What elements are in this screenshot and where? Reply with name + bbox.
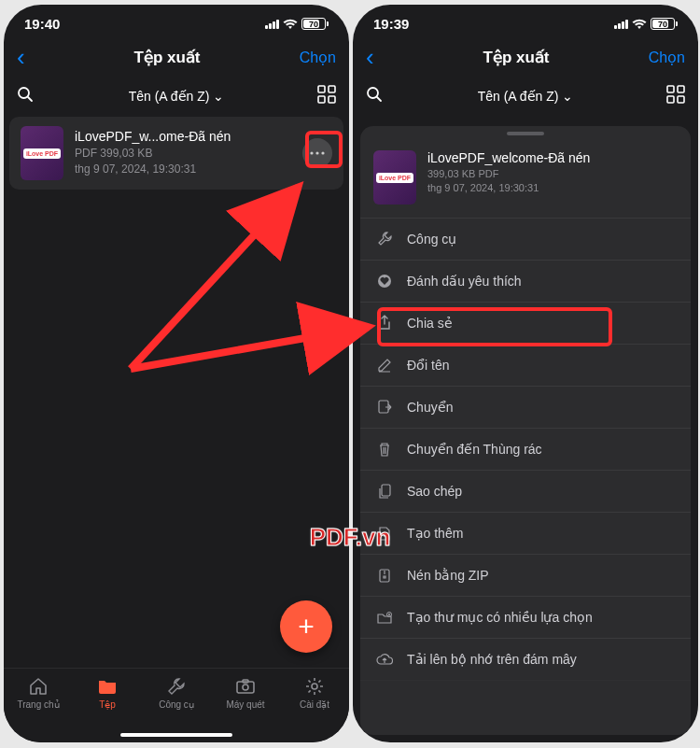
menu-label: Tạo thư mục có nhiều lựa chọn bbox=[407, 610, 593, 625]
file-name: iLovePDF_w...ome-Đã nén bbox=[75, 129, 291, 144]
file-info: iLovePDF_w...ome-Đã nén PDF 399,03 KB th… bbox=[75, 129, 291, 177]
svg-line-1 bbox=[28, 97, 32, 101]
sheet-file-date: thg 9 07, 2024, 19:30:31 bbox=[427, 181, 590, 195]
svg-rect-17 bbox=[667, 96, 674, 103]
add-fab[interactable]: + bbox=[280, 600, 332, 653]
menu-rename[interactable]: Đổi tên bbox=[360, 345, 691, 387]
svg-point-7 bbox=[315, 151, 318, 154]
menu-label: Chuyển đến Thùng rác bbox=[407, 442, 542, 457]
page-title: Tệp xuất bbox=[45, 48, 289, 67]
file-size: PDF 399,03 KB bbox=[75, 146, 291, 162]
file-thumbnail: iLove PDF bbox=[373, 150, 416, 205]
svg-rect-2 bbox=[318, 86, 325, 92]
cloud-upload-icon bbox=[375, 650, 394, 669]
search-icon[interactable] bbox=[366, 86, 394, 107]
search-icon[interactable] bbox=[17, 86, 45, 107]
status-icons: 70 bbox=[265, 18, 329, 30]
tab-label: Công cụ bbox=[159, 699, 194, 710]
wrench-icon bbox=[375, 230, 394, 248]
signal-icon bbox=[265, 20, 279, 29]
status-bar: 19:39 70 bbox=[353, 5, 698, 35]
wifi-icon bbox=[632, 19, 647, 30]
pencil-icon bbox=[375, 356, 394, 374]
battery-icon: 70 bbox=[651, 18, 678, 30]
menu-upload-cloud[interactable]: Tải lên bộ nhớ trên đám mây bbox=[360, 639, 691, 681]
svg-point-10 bbox=[243, 684, 248, 690]
tab-files[interactable]: Tệp bbox=[79, 676, 135, 710]
svg-point-12 bbox=[312, 684, 317, 689]
svg-rect-15 bbox=[667, 86, 674, 92]
sort-dropdown[interactable]: Tên (A đến Z) ⌄ bbox=[45, 89, 308, 104]
menu-label: Sao chép bbox=[407, 484, 462, 499]
sheet-file-size: 399,03 KB PDF bbox=[427, 167, 590, 181]
menu-trash[interactable]: Chuyển đến Thùng rác bbox=[360, 429, 691, 471]
nav-bar: ‹ Tệp xuất Chọn bbox=[4, 35, 349, 79]
svg-rect-16 bbox=[678, 86, 684, 92]
wrench-icon bbox=[167, 676, 186, 697]
svg-rect-5 bbox=[329, 96, 335, 103]
menu-favorite[interactable]: Đánh dấu yêu thích bbox=[360, 261, 691, 303]
phone-left: 19:40 70 ‹ Tệp xuất Chọn Tên (A đến Z) ⌄… bbox=[4, 5, 349, 742]
menu-new-folder[interactable]: Tạo thư mục có nhiều lựa chọn bbox=[360, 597, 691, 639]
menu-tools[interactable]: Công cụ bbox=[360, 219, 691, 261]
nav-bar: ‹ Tệp xuất Chọn bbox=[353, 35, 698, 79]
select-button[interactable]: Chọn bbox=[638, 49, 685, 66]
sheet-grabber[interactable] bbox=[360, 126, 691, 141]
sort-dropdown[interactable]: Tên (A đến Z) ⌄ bbox=[394, 89, 657, 104]
file-date: thg 9 07, 2024, 19:30:31 bbox=[75, 162, 291, 177]
status-time: 19:39 bbox=[373, 16, 409, 32]
tab-label: Máy quét bbox=[226, 699, 264, 710]
page-title: Tệp xuất bbox=[394, 48, 638, 67]
watermark: PDF.vn bbox=[310, 523, 391, 552]
back-button[interactable]: ‹ bbox=[17, 43, 45, 72]
menu-copy[interactable]: Sao chép bbox=[360, 471, 691, 513]
menu-move[interactable]: Chuyển bbox=[360, 387, 691, 429]
trash-icon bbox=[375, 440, 394, 459]
folder-plus-icon bbox=[375, 608, 394, 627]
menu-zip[interactable]: Nén bằng ZIP bbox=[360, 555, 691, 597]
zip-icon bbox=[375, 566, 394, 585]
view-toggle-icon[interactable] bbox=[657, 85, 685, 107]
sheet-file-name: iLovePDF_welcome-Đã nén bbox=[427, 150, 590, 165]
svg-rect-4 bbox=[318, 96, 325, 103]
svg-point-8 bbox=[321, 151, 324, 154]
back-button[interactable]: ‹ bbox=[366, 43, 394, 72]
phone-right: 19:39 70 ‹ Tệp xuất Chọn Tên (A đến Z) ⌄… bbox=[353, 5, 698, 742]
svg-point-13 bbox=[368, 88, 378, 98]
heart-icon bbox=[375, 272, 394, 290]
tab-label: Trang chủ bbox=[17, 699, 59, 710]
menu-label: Chuyển bbox=[407, 400, 453, 415]
menu-label: Đánh dấu yêu thích bbox=[407, 274, 522, 289]
svg-rect-3 bbox=[329, 86, 335, 92]
action-menu: Công cụ Đánh dấu yêu thích Chia sẻ Đổi t… bbox=[360, 219, 691, 735]
tab-home[interactable]: Trang chủ bbox=[10, 676, 66, 710]
tab-tools[interactable]: Công cụ bbox=[148, 676, 204, 710]
move-icon bbox=[375, 398, 394, 416]
tab-scanner[interactable]: Máy quét bbox=[217, 676, 273, 710]
toolbar: Tên (A đến Z) ⌄ bbox=[4, 79, 349, 117]
svg-point-6 bbox=[310, 151, 313, 154]
select-button[interactable]: Chọn bbox=[289, 49, 336, 66]
menu-create-more[interactable]: Tạo thêm bbox=[360, 513, 691, 555]
menu-label: Tạo thêm bbox=[407, 526, 463, 541]
home-indicator[interactable] bbox=[120, 733, 232, 737]
toolbar: Tên (A đến Z) ⌄ bbox=[353, 79, 698, 117]
view-toggle-icon[interactable] bbox=[308, 85, 336, 107]
status-icons: 70 bbox=[614, 18, 678, 30]
svg-rect-18 bbox=[678, 96, 684, 103]
status-time: 19:40 bbox=[24, 16, 60, 32]
thumb-badge: iLove PDF bbox=[23, 148, 61, 159]
folder-icon bbox=[97, 676, 118, 697]
tab-settings[interactable]: Cài đặt bbox=[287, 676, 343, 710]
menu-label: Nén bằng ZIP bbox=[407, 568, 489, 583]
wifi-icon bbox=[283, 19, 298, 30]
battery-icon: 70 bbox=[301, 18, 329, 30]
tab-label: Cài đặt bbox=[300, 699, 329, 710]
menu-label: Chia sẻ bbox=[407, 316, 453, 331]
status-bar: 19:40 70 bbox=[4, 5, 349, 35]
more-button[interactable] bbox=[302, 138, 332, 168]
sheet-file-header: iLove PDF iLovePDF_welcome-Đã nén 399,03… bbox=[360, 141, 691, 219]
file-row[interactable]: iLove PDF iLovePDF_w...ome-Đã nén PDF 39… bbox=[9, 117, 343, 190]
copy-icon bbox=[375, 482, 394, 501]
menu-share[interactable]: Chia sẻ bbox=[360, 303, 691, 345]
